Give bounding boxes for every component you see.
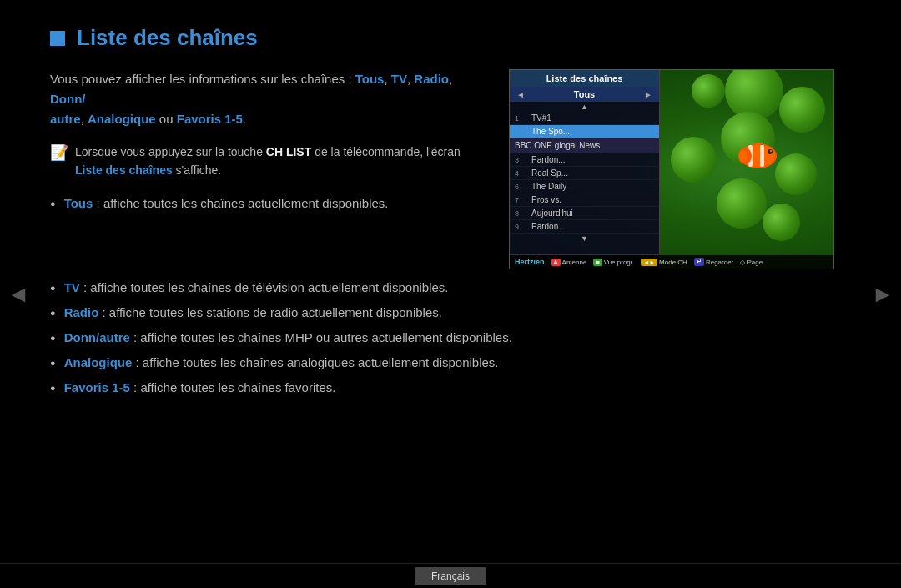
liste-chaines-ref: Liste des chaînes xyxy=(75,163,173,177)
bullet-list-left: Tous : affiche toutes les chaînes actuel… xyxy=(50,193,489,214)
note-icon: 📝 xyxy=(50,143,68,162)
ch-item-6[interactable]: 6 The Daily xyxy=(510,180,659,193)
ch-item-1[interactable]: 1 TV#1 xyxy=(510,112,659,125)
ch-num-2: 2 xyxy=(515,128,526,136)
ch-item-8[interactable]: 8 Aujourd'hui xyxy=(510,207,659,220)
tv-brand: Hertzien xyxy=(515,258,545,266)
ch-list-title: Liste des chaînes xyxy=(510,70,659,87)
coral-6 xyxy=(763,204,800,241)
tv-bar-antenne: A Antenne xyxy=(551,259,587,266)
ch-name-6: The Daily xyxy=(531,182,654,191)
coral-5 xyxy=(717,178,767,229)
title-square-icon xyxy=(50,31,65,46)
intro-paragraph: Vous pouvez afficher les informations su… xyxy=(50,69,489,129)
page-title: Liste des chaînes xyxy=(77,25,258,51)
channel-list-overlay: Liste des chaînes ◄ Tous ► ▲ 1 TV#1 2 T xyxy=(510,70,660,269)
ch-num-4: 4 xyxy=(515,169,526,178)
tous-link: Tous xyxy=(355,72,385,86)
full-bullets: TV : affiche toutes les chaînes de télév… xyxy=(50,278,834,398)
ch-num-1: 1 xyxy=(515,114,526,123)
ch-num-8: 8 xyxy=(515,209,526,218)
bullet-tv: TV : affiche toutes les chaînes de télév… xyxy=(50,278,834,298)
ch-list-label: CH LIST xyxy=(266,145,311,158)
bullet-analogique: Analogique : affiche toutes les chaînes … xyxy=(50,353,834,373)
key-green: ■ xyxy=(593,259,602,266)
note-box: 📝 Lorsque vous appuyez sur la touche CH … xyxy=(50,143,489,180)
clownfish-svg xyxy=(733,133,788,178)
bullet-favoris: Favoris 1-5 : affiche toutes les chaînes… xyxy=(50,378,834,398)
analogique-link: Analogique xyxy=(88,112,156,126)
radio-bullet-label: Radio xyxy=(64,303,99,323)
ch-tous-label: Tous xyxy=(574,89,595,99)
language-button[interactable]: Français xyxy=(415,567,486,585)
tv-link: TV xyxy=(391,72,407,86)
ch-num-9: 9 xyxy=(515,223,526,231)
main-content: Vous pouvez afficher les informations su… xyxy=(50,69,834,269)
favoris-link: Favoris 1-5 xyxy=(177,112,243,126)
nav-left-button[interactable]: ◄ xyxy=(7,281,30,308)
ch-tous-row[interactable]: ◄ Tous ► xyxy=(510,87,659,102)
tv-bar-page: ◇ Page xyxy=(740,259,763,266)
tv-bar-mode: ◄► Mode CH xyxy=(641,259,687,266)
coral-8 xyxy=(671,137,717,183)
bullet-tous: Tous : affiche toutes les chaînes actuel… xyxy=(50,193,489,214)
bullet-radio: Radio : affiche toutes les stations de r… xyxy=(50,303,834,323)
tv-bottom-bar: Hertzien A Antenne ■ Vue progr. ◄► Mode … xyxy=(510,254,833,269)
ch-arrow-left: ◄ xyxy=(516,90,525,99)
tv-bullet-label: TV xyxy=(64,278,80,298)
ch-name-3: Pardon... xyxy=(531,155,654,164)
bullet-list-full: TV : affiche toutes les chaînes de télév… xyxy=(50,278,834,398)
analogique-bullet-label: Analogique xyxy=(64,353,133,373)
coral-2 xyxy=(779,87,825,133)
donn-autre-link: Donn/autre xyxy=(50,92,86,126)
tv-screenshot: Liste des chaînes ◄ Tous ► ▲ 1 TV#1 2 T xyxy=(509,69,834,269)
bottom-bar: Français xyxy=(0,563,901,588)
key-a: A xyxy=(551,259,561,266)
title-row: Liste des chaînes xyxy=(50,25,834,51)
donn-bullet-label: Donn/autre xyxy=(64,328,130,348)
svg-point-5 xyxy=(739,150,747,162)
ch-name-7: Pros vs. xyxy=(531,195,654,204)
ch-name-9: Pardon.... xyxy=(531,222,654,231)
favoris-bullet-label: Favoris 1-5 xyxy=(64,378,130,398)
svg-rect-3 xyxy=(760,145,764,167)
note-text: Lorsque vous appuyez sur la touche CH LI… xyxy=(75,143,489,180)
ch-name-4: Real Sp... xyxy=(531,168,654,178)
ch-item-2[interactable]: 2 The Spo... xyxy=(510,125,659,138)
key-blue: ↵ xyxy=(694,258,704,266)
ch-nav-up: ▲ xyxy=(510,102,659,112)
tv-bar-regarder: ↵ Regarder xyxy=(694,258,733,266)
ch-bbc-banner: BBC ONE glogal News xyxy=(510,138,659,153)
bullet-donn: Donn/autre : affiche toutes les chaînes … xyxy=(50,328,834,348)
tv-bar-vue: ■ Vue progr. xyxy=(593,259,634,266)
key-yellow: ◄► xyxy=(641,259,657,266)
ch-num-6: 6 xyxy=(515,183,526,191)
ch-item-3[interactable]: 3 Pardon... xyxy=(510,153,659,167)
tv-image: Liste des chaînes ◄ Tous ► ▲ 1 TV#1 2 T xyxy=(509,69,834,269)
radio-link: Radio xyxy=(414,72,449,86)
ch-item-7[interactable]: 7 Pros vs. xyxy=(510,193,659,207)
page-container: Liste des chaînes Vous pouvez afficher l… xyxy=(0,0,901,588)
coral-7 xyxy=(692,74,725,108)
ch-nav-down: ▼ xyxy=(510,234,659,244)
ch-arrow-right: ► xyxy=(644,90,652,99)
text-area: Vous pouvez afficher les informations su… xyxy=(50,69,489,219)
tous-bullet-label: Tous xyxy=(64,193,93,214)
ch-num-7: 7 xyxy=(515,196,526,204)
ch-name-8: Aujourd'hui xyxy=(531,209,654,218)
ch-name-2: The Spo... xyxy=(531,127,654,136)
ch-name-1: TV#1 xyxy=(531,113,654,123)
svg-point-7 xyxy=(770,150,772,152)
ch-item-4[interactable]: 4 Real Sp... xyxy=(510,167,659,180)
ch-num-3: 3 xyxy=(515,156,526,164)
svg-point-6 xyxy=(768,149,773,154)
ch-item-9[interactable]: 9 Pardon.... xyxy=(510,220,659,234)
nav-right-button[interactable]: ► xyxy=(871,281,894,308)
